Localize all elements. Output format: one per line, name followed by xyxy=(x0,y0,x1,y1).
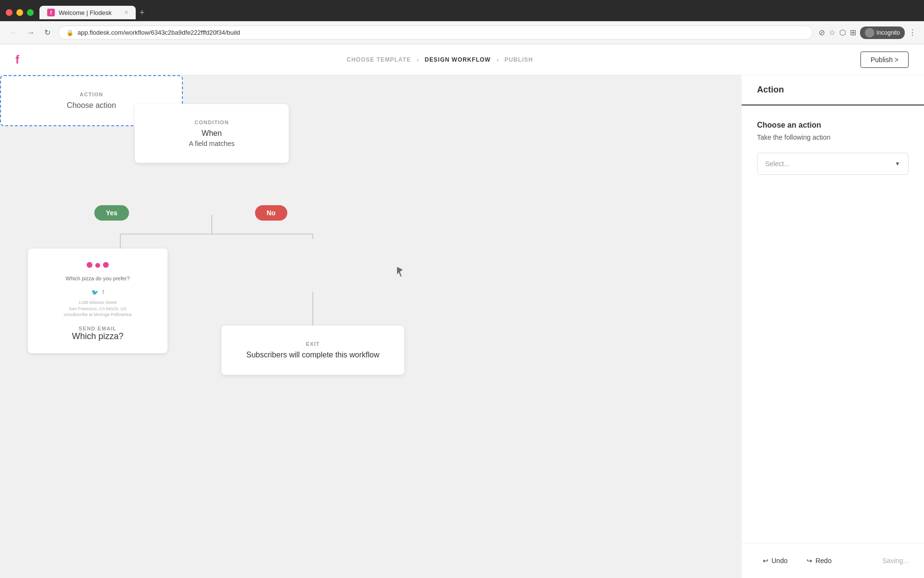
panel-body: Choose an action Take the following acti… xyxy=(742,105,924,543)
right-panel: Action Choose an action Take the followi… xyxy=(741,75,924,578)
condition-subtitle: A field matches xyxy=(146,140,277,147)
tab-title: Welcome | Flodesk xyxy=(59,9,112,16)
main-content: CONDITION When A field matches Yes No Wh… xyxy=(0,75,924,578)
nav-icons: ⊘ ☆ ⬡ ⊞ Incognito ⋮ xyxy=(819,26,916,39)
condition-node[interactable]: CONDITION When A field matches xyxy=(135,104,289,163)
incognito-badge: Incognito xyxy=(860,26,905,39)
action-label: ACTION xyxy=(13,92,170,97)
address-bar[interactable]: 🔒 app.flodesk.com/workflow/6343c2ba9dfe2… xyxy=(58,26,813,39)
canvas[interactable]: CONDITION When A field matches Yes No Wh… xyxy=(0,75,741,578)
step-choose-template[interactable]: CHOOSE TEMPLATE xyxy=(346,56,411,63)
step-publish[interactable]: PUBLISH xyxy=(504,56,533,63)
mouse-cursor xyxy=(397,267,403,276)
exit-node[interactable]: EXIT Subscribers will complete this work… xyxy=(221,326,404,375)
step-arrow-2: › xyxy=(497,56,499,64)
active-tab[interactable]: f Welcome | Flodesk × xyxy=(39,6,136,19)
back-button[interactable]: ← xyxy=(8,26,19,39)
minimize-window-btn[interactable] xyxy=(16,9,23,16)
forward-button[interactable]: → xyxy=(25,26,37,39)
refresh-button[interactable]: ↻ xyxy=(42,26,52,39)
action-select-dropdown[interactable]: Select... ▼ xyxy=(757,153,909,175)
undo-label: Undo xyxy=(771,557,787,565)
redo-label: Redo xyxy=(815,557,831,565)
tab-favicon-icon: f xyxy=(47,9,55,16)
panel-footer: ↩ Undo ↪ Redo Saving... xyxy=(742,543,924,578)
email-title: Which pizza? xyxy=(39,331,156,342)
traffic-lights xyxy=(6,9,34,16)
email-node[interactable]: Which pizza do you prefer? 🐦 f 1188 Miss… xyxy=(28,249,167,353)
maximize-window-btn[interactable] xyxy=(27,9,34,16)
no-branch-button[interactable]: No xyxy=(255,205,287,221)
tab-bar: f Welcome | Flodesk × + xyxy=(0,0,924,21)
panel-header: Action xyxy=(742,75,924,105)
extensions-icon[interactable]: ⊞ xyxy=(850,28,856,37)
no-video-icon[interactable]: ⊘ xyxy=(819,28,825,37)
chevron-down-icon: ▼ xyxy=(895,160,900,167)
condition-title: When xyxy=(146,129,277,138)
lock-icon: 🔒 xyxy=(66,29,74,36)
panel-section-title: Choose an action xyxy=(757,121,909,130)
url-text: app.flodesk.com/workflow/6343c2ba9dfe222… xyxy=(77,29,240,36)
exit-label: EXIT xyxy=(233,341,393,347)
incognito-label: Incognito xyxy=(876,29,900,36)
panel-section-subtitle: Take the following action xyxy=(757,133,909,141)
publish-button[interactable]: Publish > xyxy=(860,52,909,68)
app: f CHOOSE TEMPLATE › DESIGN WORKFLOW › PU… xyxy=(0,44,924,578)
step-design-workflow[interactable]: DESIGN WORKFLOW xyxy=(425,56,491,63)
close-window-btn[interactable] xyxy=(6,9,13,16)
panel-title: Action xyxy=(757,85,909,95)
avatar xyxy=(865,28,874,38)
select-placeholder: Select... xyxy=(765,160,790,168)
facebook-icon: f xyxy=(103,289,104,296)
menu-icon[interactable]: ⋮ xyxy=(909,28,916,37)
workflow-steps: CHOOSE TEMPLATE › DESIGN WORKFLOW › PUBL… xyxy=(346,56,533,64)
tab-search-icon[interactable]: ⬡ xyxy=(839,28,846,37)
app-header: f CHOOSE TEMPLATE › DESIGN WORKFLOW › PU… xyxy=(0,44,924,75)
email-address: 1188 Mission Street San Francisco, CA 94… xyxy=(64,300,132,318)
browser-chrome: f Welcome | Flodesk × + ← → ↻ 🔒 app.flod… xyxy=(0,0,924,44)
saving-status: Saving... xyxy=(883,557,909,565)
email-social-icons: 🐦 f xyxy=(91,289,104,296)
twitter-icon: 🐦 xyxy=(91,289,99,296)
step-arrow-1: › xyxy=(417,56,419,64)
email-preview: Which pizza do you prefer? 🐦 f 1188 Miss… xyxy=(39,260,156,318)
address-line2: San Francisco, CA 94103, US xyxy=(69,306,127,311)
exit-title: Subscribers will complete this workflow xyxy=(233,351,393,359)
bookmark-icon[interactable]: ☆ xyxy=(829,28,835,37)
new-tab-button[interactable]: + xyxy=(136,6,149,20)
nav-bar: ← → ↻ 🔒 app.flodesk.com/workflow/6343c2b… xyxy=(0,21,924,44)
unsubscribe-text: Unsubscribe at Moringa Pollinantus xyxy=(64,312,132,317)
address-line1: 1188 Mission Street xyxy=(78,300,117,305)
undo-icon: ↩ xyxy=(763,557,769,565)
app-logo[interactable]: f xyxy=(15,53,19,66)
yes-branch-button[interactable]: Yes xyxy=(94,205,129,221)
close-tab-icon[interactable]: × xyxy=(125,9,128,16)
redo-button[interactable]: ↪ Redo xyxy=(801,553,837,568)
undo-button[interactable]: ↩ Undo xyxy=(757,553,793,568)
redo-icon: ↪ xyxy=(807,557,812,565)
send-email-label: SEND EMAIL xyxy=(39,326,156,331)
condition-label: CONDITION xyxy=(146,119,277,125)
email-logo-icon xyxy=(87,260,109,268)
email-preview-text: Which pizza do you prefer? xyxy=(65,276,129,281)
